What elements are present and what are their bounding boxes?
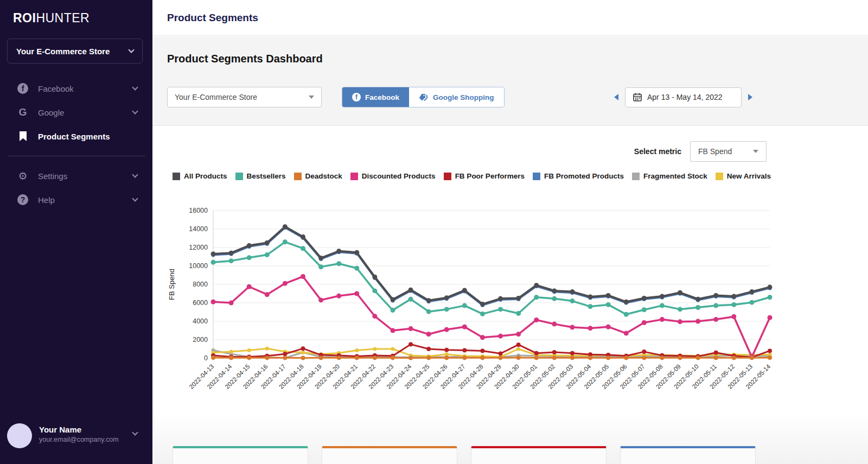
data-point-bestsellers[interactable]: [552, 296, 557, 301]
data-point-discounted-products[interactable]: [390, 328, 395, 333]
data-point-deadstock[interactable]: [355, 355, 359, 360]
data-point-deadstock[interactable]: [265, 355, 269, 360]
legend-item-fb-promoted-products[interactable]: FB Promoted Products: [533, 172, 624, 180]
data-point-all-products[interactable]: [660, 294, 665, 299]
data-point-bestsellers[interactable]: [534, 295, 539, 300]
data-point-all-products[interactable]: [731, 294, 736, 299]
data-point-all-products[interactable]: [624, 300, 629, 304]
legend-item-bestsellers[interactable]: Bestsellers: [235, 172, 286, 180]
segment-card-1[interactable]: [322, 446, 457, 464]
data-point-discounted-products[interactable]: [498, 334, 503, 339]
data-point-deadstock[interactable]: [373, 355, 377, 360]
data-point-new-arrivals[interactable]: [301, 351, 305, 354]
data-point-discounted-products[interactable]: [695, 319, 700, 324]
data-point-bestsellers[interactable]: [336, 261, 341, 266]
data-point-deadstock[interactable]: [516, 355, 521, 360]
data-point-all-products[interactable]: [462, 288, 467, 293]
data-point-new-arrivals[interactable]: [247, 348, 251, 352]
data-point-all-products[interactable]: [534, 283, 539, 288]
data-point-all-products[interactable]: [283, 224, 288, 229]
data-point-discounted-products[interactable]: [283, 281, 288, 286]
data-point-deadstock[interactable]: [750, 355, 754, 360]
data-point-bestsellers[interactable]: [283, 239, 288, 244]
data-point-fb-poor-performers[interactable]: [534, 351, 539, 355]
data-point-discounted-products[interactable]: [588, 326, 593, 330]
data-point-bestsellers[interactable]: [570, 298, 575, 303]
data-point-all-products[interactable]: [247, 243, 252, 248]
date-range-button[interactable]: Apr 13 - May 14, 2022: [625, 87, 742, 107]
data-point-discounted-products[interactable]: [624, 331, 629, 336]
legend-item-discounted-products[interactable]: Discounted Products: [350, 172, 436, 180]
data-point-bestsellers[interactable]: [480, 312, 485, 316]
data-point-fb-poor-performers[interactable]: [642, 349, 646, 354]
data-point-bestsellers[interactable]: [606, 302, 611, 307]
data-point-discounted-products[interactable]: [731, 314, 736, 319]
data-point-bestsellers[interactable]: [713, 303, 718, 308]
data-point-all-products[interactable]: [426, 298, 431, 303]
data-point-all-products[interactable]: [372, 275, 377, 279]
data-point-all-products[interactable]: [588, 294, 593, 299]
previous-period-arrow-icon[interactable]: [614, 94, 618, 100]
data-point-fb-poor-performers[interactable]: [480, 348, 484, 353]
data-point-all-products[interactable]: [516, 296, 521, 301]
data-point-fb-poor-performers[interactable]: [444, 348, 449, 352]
sidebar-store-selector[interactable]: Your E-Commerce Store: [7, 39, 143, 63]
data-point-deadstock[interactable]: [409, 355, 413, 360]
data-point-fb-poor-performers[interactable]: [283, 352, 287, 356]
data-point-bestsellers[interactable]: [624, 312, 629, 317]
data-point-fb-poor-performers[interactable]: [301, 346, 305, 351]
data-point-bestsellers[interactable]: [768, 295, 773, 300]
data-point-deadstock[interactable]: [283, 355, 287, 360]
data-point-new-arrivals[interactable]: [373, 347, 376, 351]
user-menu[interactable]: Your Name your.email@company.com: [0, 421, 152, 452]
store-filter-select[interactable]: Your E-Commerce Store: [167, 87, 322, 107]
data-point-all-products[interactable]: [749, 289, 754, 294]
data-point-bestsellers[interactable]: [409, 297, 413, 302]
legend-item-all-products[interactable]: All Products: [173, 172, 227, 180]
data-point-discounted-products[interactable]: [409, 326, 413, 331]
data-point-all-products[interactable]: [570, 289, 575, 294]
data-point-discounted-products[interactable]: [372, 314, 377, 319]
data-point-all-products[interactable]: [713, 293, 718, 298]
data-point-deadstock[interactable]: [714, 355, 718, 360]
data-point-bestsellers[interactable]: [749, 300, 754, 305]
legend-item-fb-poor-performers[interactable]: FB Poor Performers: [444, 172, 525, 180]
data-point-discounted-products[interactable]: [678, 319, 682, 324]
sidebar-item-google[interactable]: G Google: [0, 100, 152, 124]
data-point-all-products[interactable]: [480, 302, 485, 307]
data-point-bestsellers[interactable]: [642, 307, 647, 312]
data-point-discounted-products[interactable]: [480, 335, 485, 340]
data-point-bestsellers[interactable]: [678, 307, 682, 312]
data-point-deadstock[interactable]: [696, 355, 700, 360]
data-point-discounted-products[interactable]: [713, 317, 718, 322]
data-point-bestsellers[interactable]: [462, 303, 467, 308]
facebook-toggle-button[interactable]: f Facebook: [342, 87, 409, 107]
data-point-bestsellers[interactable]: [354, 266, 359, 271]
data-point-all-products[interactable]: [606, 293, 611, 298]
data-point-discounted-products[interactable]: [354, 291, 359, 296]
data-point-all-products[interactable]: [336, 249, 341, 253]
data-point-deadstock[interactable]: [499, 355, 503, 360]
legend-item-new-arrivals[interactable]: New Arrivals: [716, 172, 771, 180]
data-point-all-products[interactable]: [552, 288, 557, 293]
data-point-fb-poor-performers[interactable]: [570, 351, 575, 355]
data-point-discounted-products[interactable]: [660, 317, 665, 322]
data-point-all-products[interactable]: [642, 296, 647, 301]
data-point-deadstock[interactable]: [337, 355, 341, 360]
data-point-bestsellers[interactable]: [731, 302, 736, 307]
data-point-bestsellers[interactable]: [516, 311, 521, 316]
data-point-fb-poor-performers[interactable]: [462, 348, 467, 353]
data-point-all-products[interactable]: [318, 256, 323, 260]
data-point-bestsellers[interactable]: [444, 307, 449, 312]
data-point-all-products[interactable]: [301, 234, 305, 239]
data-point-deadstock[interactable]: [588, 355, 592, 360]
data-point-all-products[interactable]: [229, 251, 234, 256]
sidebar-item-product-segments[interactable]: Product Segments: [0, 124, 152, 148]
metric-select[interactable]: FB Spend: [690, 141, 767, 162]
data-point-all-products[interactable]: [265, 240, 270, 245]
legend-item-deadstock[interactable]: Deadstock: [294, 172, 342, 180]
data-point-new-arrivals[interactable]: [445, 352, 449, 356]
segment-card-2[interactable]: [471, 446, 607, 464]
data-point-discounted-products[interactable]: [534, 317, 539, 322]
data-point-bestsellers[interactable]: [229, 258, 234, 263]
